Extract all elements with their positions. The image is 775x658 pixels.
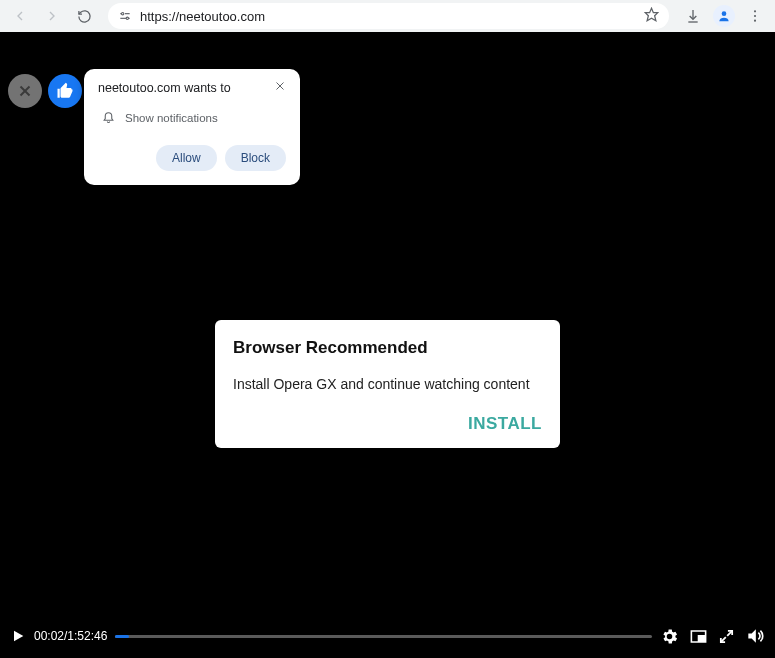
like-button[interactable] <box>48 74 82 108</box>
reload-button[interactable] <box>70 2 98 30</box>
overlay-close-button[interactable] <box>8 74 42 108</box>
url-text: https://neetoutoo.com <box>140 9 265 24</box>
svg-rect-17 <box>699 635 705 640</box>
svg-point-10 <box>754 15 756 17</box>
fullscreen-icon[interactable] <box>718 628 735 645</box>
svg-point-3 <box>126 17 128 19</box>
block-button[interactable]: Block <box>225 145 286 171</box>
install-button[interactable]: INSTALL <box>468 414 542 433</box>
allow-button[interactable]: Allow <box>156 145 217 171</box>
svg-point-9 <box>754 10 756 12</box>
close-icon[interactable] <box>274 79 286 95</box>
download-icon[interactable] <box>679 2 707 30</box>
menu-icon[interactable] <box>741 2 769 30</box>
play-button[interactable] <box>10 628 26 644</box>
ad-body: Install Opera GX and continue watching c… <box>233 376 542 392</box>
settings-icon[interactable] <box>660 627 679 646</box>
svg-marker-6 <box>645 8 658 21</box>
forward-button[interactable] <box>38 2 66 30</box>
notification-permission-popup: neetoutoo.com wants to Show notification… <box>84 69 300 185</box>
address-bar[interactable]: https://neetoutoo.com <box>108 3 669 29</box>
back-button[interactable] <box>6 2 34 30</box>
ad-title: Browser Recommended <box>233 338 542 358</box>
notification-title: neetoutoo.com wants to <box>98 81 231 95</box>
video-area: neetoutoo.com wants to Show notification… <box>0 32 775 658</box>
star-icon[interactable] <box>644 7 659 25</box>
bell-icon <box>102 109 115 127</box>
svg-marker-16 <box>14 631 23 642</box>
svg-point-0 <box>122 13 124 15</box>
site-settings-icon[interactable] <box>118 9 132 23</box>
browser-toolbar: https://neetoutoo.com <box>0 0 775 32</box>
volume-icon[interactable] <box>745 626 765 646</box>
profile-avatar[interactable] <box>713 5 735 27</box>
svg-point-8 <box>722 11 727 16</box>
browser-recommended-card: Browser Recommended Install Opera GX and… <box>215 320 560 448</box>
progress-fill <box>115 635 128 638</box>
svg-point-11 <box>754 20 756 22</box>
pip-icon[interactable] <box>689 627 708 646</box>
notification-permission-text: Show notifications <box>125 112 218 124</box>
video-controls: 00:02/1:52:46 <box>0 626 775 646</box>
progress-bar[interactable] <box>115 635 652 638</box>
video-time: 00:02/1:52:46 <box>34 629 107 643</box>
